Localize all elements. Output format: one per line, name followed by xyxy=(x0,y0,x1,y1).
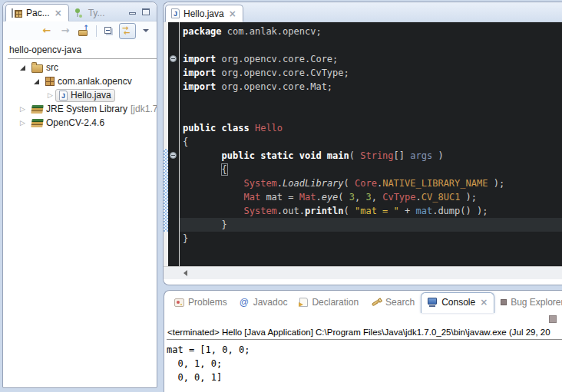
scroll-left-arrow-icon[interactable] xyxy=(180,270,187,276)
fold-collapse-icon[interactable] xyxy=(170,152,177,159)
code-token: ( xyxy=(344,206,355,216)
tab-bug-explorer[interactable]: Bug Explorer xyxy=(494,294,562,311)
tree-item-content: OpenCV-2.4.6 xyxy=(28,117,108,130)
javadoc-icon xyxy=(240,298,250,308)
up-icon xyxy=(78,26,89,36)
code-token: ) xyxy=(432,150,443,161)
code-line: } xyxy=(180,232,562,245)
editor-tab-label: Hello.java xyxy=(183,8,224,19)
tab-label: Problems xyxy=(188,297,227,308)
editor-code-area[interactable]: package com.anlak.opencv;import org.open… xyxy=(180,22,562,266)
tree-item-label: src xyxy=(46,62,58,73)
link-editor-icon xyxy=(121,25,134,36)
code-token: + xyxy=(399,206,416,216)
code-line: import org.opencv.core.Mat; xyxy=(180,80,562,94)
code-line: System.out.println( "mat = " + mat.dump(… xyxy=(180,204,562,218)
collapsed-arrow-icon[interactable]: ▷ xyxy=(46,91,55,100)
project-tree: srccom.anlak.opencv▷Hello.java▷JRE Syste… xyxy=(3,61,157,130)
code-token: LoadLibrary xyxy=(283,178,343,189)
minimize-icon xyxy=(129,12,136,15)
folding-ruler[interactable] xyxy=(168,22,179,266)
code-line: Mat mat = Mat.eye( 3, 3, CvType.CV_8UC1 … xyxy=(180,190,562,204)
code-token: org.opencv.core.Core; xyxy=(216,54,338,64)
close-icon[interactable]: × xyxy=(54,8,63,18)
eclipse-workbench: { "icons": { "close_glyph": "×", "collap… xyxy=(0,0,562,392)
collapsed-arrow-icon[interactable]: ▷ xyxy=(18,119,27,127)
tab-declaration[interactable]: Declaration xyxy=(293,294,365,311)
code-token: println xyxy=(305,206,344,216)
tab-hello-java[interactable]: Hello.java × xyxy=(165,5,243,22)
code-token: import xyxy=(183,68,216,78)
tab-pac[interactable]: Pac...× xyxy=(5,4,69,21)
tree-item-opencv-2-4-6[interactable]: ▷OpenCV-2.4.6 xyxy=(3,116,157,130)
code-token: . xyxy=(416,192,422,203)
tab-label: Bug Explorer xyxy=(511,297,562,308)
tab-console[interactable]: Console× xyxy=(421,292,494,313)
tab-problems[interactable]: Problems xyxy=(168,294,233,311)
close-icon[interactable]: × xyxy=(228,9,237,18)
code-token: Mat xyxy=(243,192,260,203)
package-explorer-tabbar: Pac...×Ty... xyxy=(3,2,157,21)
bottom-tabbar: ProblemsJavadocDeclarationSearchConsole×… xyxy=(164,291,562,314)
code-token xyxy=(183,206,243,216)
code-token: String xyxy=(360,150,393,161)
tab-label: Pac... xyxy=(26,8,50,18)
code-token: 3 xyxy=(366,192,372,203)
code-token: public static void main xyxy=(222,150,349,161)
code-token: , xyxy=(355,192,365,203)
code-token: .dump() ); xyxy=(432,206,488,216)
code-token: { xyxy=(183,137,188,147)
project-separator xyxy=(8,58,157,59)
code-token: } xyxy=(183,233,188,244)
code-token: ( xyxy=(338,192,349,203)
close-icon[interactable]: × xyxy=(479,298,488,307)
maximize-button[interactable] xyxy=(142,8,150,16)
package-explorer-icon xyxy=(12,8,22,18)
code-line: } xyxy=(180,218,562,232)
expanded-arrow-icon[interactable] xyxy=(32,77,41,86)
tree-item-com-anlak-opencv[interactable]: com.anlak.opencv xyxy=(3,74,157,88)
tab-javadoc[interactable]: Javadoc xyxy=(233,294,294,311)
console-toolbar-fragment[interactable] xyxy=(549,315,557,323)
code-token: { xyxy=(222,164,227,175)
collapsed-arrow-icon[interactable]: ▷ xyxy=(18,105,27,114)
code-line: public class Hello xyxy=(180,121,562,135)
tab-search[interactable]: Search xyxy=(365,294,421,311)
code-line: { xyxy=(180,163,562,176)
tree-item-src[interactable]: src xyxy=(3,61,157,74)
code-token: eye xyxy=(322,192,339,203)
code-token: Core xyxy=(355,178,377,189)
code-token xyxy=(183,178,243,189)
project-name[interactable]: hello-opencv-java xyxy=(3,40,157,57)
tree-item-hello-java[interactable]: ▷Hello.java xyxy=(3,88,157,102)
editor-horizontal-scrollbar[interactable] xyxy=(164,266,562,279)
maximize-icon xyxy=(142,8,150,15)
package-folder-icon xyxy=(31,64,43,73)
code-line xyxy=(180,107,562,121)
view-menu-button[interactable] xyxy=(137,23,154,39)
link-editor-button[interactable] xyxy=(119,23,136,39)
problems-icon xyxy=(174,298,184,307)
tree-item-jre-system-library[interactable]: ▷JRE System Library [jdk1.7.0 xyxy=(3,102,157,116)
package-explorer-panel: Pac...×Ty... hello-opencv-java srccom.an… xyxy=(2,2,157,388)
expanded-arrow-icon[interactable] xyxy=(18,64,27,72)
code-token: import xyxy=(183,81,216,92)
tree-item-label: JRE System Library xyxy=(46,104,127,114)
console-process-header: <terminated> Hello [Java Application] C:… xyxy=(167,328,562,340)
toolbar-separator xyxy=(96,25,97,37)
code-token: ); xyxy=(460,192,477,203)
code-line: import org.opencv.core.CvType; xyxy=(180,66,562,80)
back-button[interactable] xyxy=(38,23,55,39)
up-button[interactable] xyxy=(75,23,92,39)
fold-collapse-icon[interactable] xyxy=(170,55,177,62)
minimize-button[interactable] xyxy=(128,8,137,16)
collapse-all-button[interactable] xyxy=(101,23,117,39)
code-token: org.opencv.core.CvType; xyxy=(216,68,349,78)
view-window-buttons xyxy=(128,8,154,21)
tree-item-decoration: [jdk1.7.0 xyxy=(131,104,157,114)
tab-ty[interactable]: Ty... xyxy=(69,4,111,21)
tree-item-label: com.anlak.opencv xyxy=(58,76,132,87)
forward-button[interactable] xyxy=(57,23,74,39)
code-token: import xyxy=(183,54,216,64)
console-panel: ProblemsJavadocDeclarationSearchConsole×… xyxy=(164,290,562,392)
